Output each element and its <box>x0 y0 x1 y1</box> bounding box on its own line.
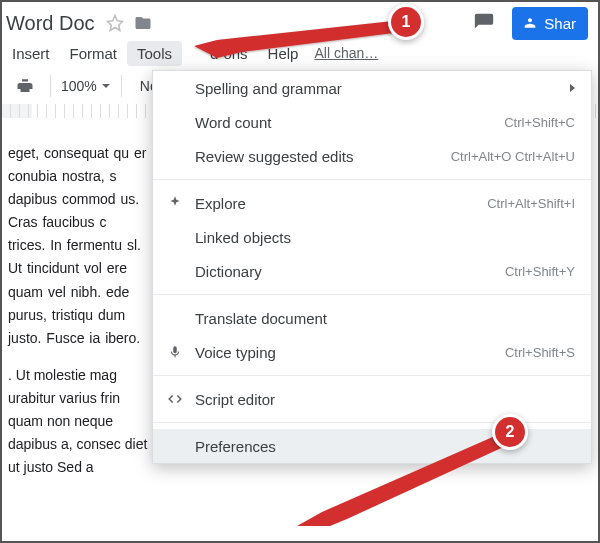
label: Explore <box>195 195 246 212</box>
menu-review-suggested[interactable]: Review suggested edits Ctrl+Alt+O Ctrl+A… <box>153 139 591 173</box>
divider <box>153 294 591 295</box>
mic-icon <box>165 342 185 362</box>
divider <box>153 375 591 376</box>
paragraph[interactable]: . Ut molestie mag urabitur varius frin q… <box>8 364 148 479</box>
menu-spelling-grammar[interactable]: Spelling and grammar <box>153 71 591 105</box>
menu-dictionary[interactable]: Dictionary Ctrl+Shift+Y <box>153 254 591 288</box>
folder-icon[interactable] <box>133 13 153 33</box>
menu-format[interactable]: Format <box>60 41 128 66</box>
code-icon <box>165 389 185 409</box>
menu-linked-objects[interactable]: Linked objects <box>153 220 591 254</box>
shortcut: Ctrl+Shift+C <box>504 115 575 130</box>
print-icon[interactable] <box>10 73 40 99</box>
menu-tools[interactable]: Tools <box>127 41 182 66</box>
label: Review suggested edits <box>195 148 353 165</box>
separator <box>121 75 122 97</box>
menu-explore[interactable]: Explore Ctrl+Alt+Shift+I <box>153 186 591 220</box>
shortcut: Ctrl+Shift+Y <box>505 264 575 279</box>
paragraph[interactable]: eget, consequat qu er conubia nostra, s … <box>8 142 148 350</box>
label: Translate document <box>195 310 327 327</box>
menu-bar: Insert Format Tools d-ons Help All chan… <box>2 38 598 68</box>
menu-translate[interactable]: Translate document <box>153 301 591 335</box>
tools-dropdown: Spelling and grammar Word count Ctrl+Shi… <box>152 70 592 464</box>
zoom-select[interactable]: 100% <box>61 78 111 94</box>
chevron-right-icon <box>569 83 577 93</box>
comments-button[interactable] <box>470 9 498 37</box>
menu-word-count[interactable]: Word count Ctrl+Shift+C <box>153 105 591 139</box>
title-bar: Word Doc Shar <box>2 2 598 38</box>
shortcut: Ctrl+Alt+Shift+I <box>487 196 575 211</box>
label: Linked objects <box>195 229 291 246</box>
chevron-down-icon <box>101 81 111 91</box>
shortcut: Ctrl+Alt+O Ctrl+Alt+U <box>451 149 575 164</box>
label: Preferences <box>195 438 276 455</box>
menu-insert[interactable]: Insert <box>2 41 60 66</box>
menu-addons[interactable]: d-ons <box>182 41 258 66</box>
share-button[interactable]: Shar <box>512 7 588 40</box>
all-changes-link[interactable]: All chan… <box>314 45 378 61</box>
separator <box>50 75 51 97</box>
menu-script-editor[interactable]: Script editor <box>153 382 591 416</box>
explore-icon <box>165 193 185 213</box>
share-label: Shar <box>544 15 576 32</box>
shortcut: Ctrl+Shift+S <box>505 345 575 360</box>
annotation-badge-1: 1 <box>388 4 424 40</box>
label: Spelling and grammar <box>195 80 342 97</box>
label: Script editor <box>195 391 275 408</box>
doc-title[interactable]: Word Doc <box>6 12 95 35</box>
label: Voice typing <box>195 344 276 361</box>
window-frame: Word Doc Shar Insert Format Tools d-ons … <box>0 0 600 543</box>
label: Dictionary <box>195 263 262 280</box>
annotation-badge-2: 2 <box>492 414 528 450</box>
label: Word count <box>195 114 271 131</box>
divider <box>153 179 591 180</box>
menu-voice-typing[interactable]: Voice typing Ctrl+Shift+S <box>153 335 591 369</box>
menu-help[interactable]: Help <box>258 41 309 66</box>
zoom-value: 100% <box>61 78 97 94</box>
star-icon[interactable] <box>105 13 125 33</box>
